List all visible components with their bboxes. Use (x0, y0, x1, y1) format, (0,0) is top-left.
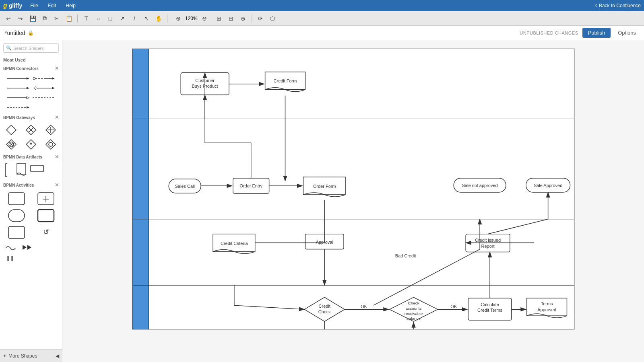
close-activities-icon[interactable]: ✕ (55, 182, 59, 188)
order-form-label: Order Form (313, 184, 336, 189)
dashed-arrow[interactable] (7, 104, 29, 111)
activity-plus[interactable] (33, 192, 59, 206)
zoom-out-button[interactable]: ⊖ (199, 13, 210, 24)
separator-3 (252, 14, 252, 23)
refresh-button[interactable]: ⟳ (255, 13, 266, 24)
undo-button[interactable]: ↩ (3, 13, 14, 24)
svg-rect-31 (17, 164, 26, 174)
connector-row-4 (3, 103, 59, 112)
double-back-arrow[interactable] (22, 243, 34, 251)
activities-shapes: ↺ (0, 189, 62, 242)
gateway-circle[interactable] (42, 139, 59, 150)
hand-tool[interactable]: ✋ (153, 13, 164, 24)
cut-button[interactable]: ✂ (52, 13, 62, 24)
pause-shape[interactable] (5, 255, 17, 263)
activity-rounded-plain[interactable] (3, 209, 29, 222)
search-box[interactable]: 🔍 Search Shapes (3, 43, 59, 53)
document-title[interactable]: *untitled (5, 30, 25, 36)
fit-button[interactable]: ⊞ (214, 13, 224, 24)
sales-call-label: Sales Call (175, 184, 194, 189)
zoom-in-button[interactable]: ⊕ (173, 13, 184, 24)
svg-text:accounts: accounts (405, 306, 421, 311)
svg-text:↺: ↺ (43, 228, 49, 236)
svg-marker-41 (23, 245, 27, 250)
diamond-arrow[interactable] (33, 85, 55, 91)
menubar: g gliffy File Edit Help < Back to Conflu… (0, 0, 644, 11)
options-button[interactable]: Options (615, 28, 639, 37)
section-bpmn-activities[interactable]: BPMN Activities ✕ (0, 181, 62, 189)
credit-form-label: Credit Form (273, 78, 297, 83)
solid-arrow[interactable] (7, 75, 29, 82)
header-actions: UNPUBLISHED CHANGES Publish Options (520, 28, 639, 38)
section-bpmn-gateways[interactable]: BPMN Gateways ✕ (0, 113, 62, 122)
text-tool[interactable]: T (81, 13, 91, 24)
select-tool[interactable]: ↖ (141, 13, 152, 24)
publish-button[interactable]: Publish (582, 28, 611, 38)
line-tool[interactable]: / (129, 13, 140, 24)
app-logo: g gliffy (3, 2, 22, 9)
more-shapes-label: More Shapes (8, 353, 37, 359)
activity-plain[interactable] (3, 192, 29, 206)
credit-criteria-label: Credit Criteria (221, 241, 248, 246)
ok-label-1: OK (361, 304, 367, 309)
add-button[interactable]: ⊕ (238, 13, 248, 24)
rect-tool[interactable]: □ (105, 13, 116, 24)
dashed-line[interactable] (33, 95, 55, 101)
sidebar: 🔍 Search Shapes Most Used BPMN Connector… (0, 40, 62, 362)
activity-large[interactable] (3, 226, 29, 239)
credit-check-label: Credit (318, 304, 330, 309)
more-shapes-button[interactable]: + More Shapes ◀ (0, 349, 62, 362)
activity-refresh[interactable]: ↺ (33, 226, 59, 239)
gateway-x[interactable] (23, 124, 39, 136)
double-arrow[interactable] (7, 85, 29, 91)
bpmn-diagram: CUSTOMER SALES MANAGEMENT CREDIT DEPARTM… (132, 49, 574, 329)
gateway-asterisk[interactable]: * (23, 139, 39, 150)
canvas[interactable]: CUSTOMER SALES MANAGEMENT CREDIT DEPARTM… (62, 40, 644, 362)
circle-tool[interactable]: ○ (93, 13, 103, 24)
activity-highlighted[interactable] (33, 209, 59, 222)
close-gateways-icon[interactable]: ✕ (55, 115, 59, 120)
check-accounts-label: Check (408, 301, 419, 305)
svg-marker-5 (52, 77, 55, 80)
collapse-icon[interactable]: ◀ (56, 353, 59, 359)
gateway-plus[interactable] (42, 124, 59, 136)
menu-edit[interactable]: Edit (46, 2, 58, 9)
connector-tool[interactable]: ↗ (117, 13, 128, 24)
svg-point-2 (33, 77, 35, 80)
order-entry-label: Order Entry (239, 183, 262, 188)
gateway-circle-x[interactable] (3, 139, 20, 150)
svg-marker-7 (27, 87, 29, 89)
save-button[interactable]: 💾 (27, 13, 38, 24)
separator-2 (167, 14, 167, 23)
redo-button[interactable]: ↪ (15, 13, 26, 24)
close-data-icon[interactable]: ✕ (55, 154, 59, 160)
dashed-arrow-circle[interactable] (33, 75, 55, 82)
ok-label-2: OK (450, 304, 457, 309)
back-to-confluence[interactable]: < Back to Confluence (595, 3, 641, 8)
section-bpmn-data[interactable]: BPMN Data Artifacts ✕ (0, 152, 62, 161)
plain-arrow[interactable] (7, 95, 29, 101)
terms-approved-label: Terms (541, 301, 553, 306)
section-bpmn-connectors[interactable]: BPMN Connectors ✕ (0, 64, 62, 73)
paste-button[interactable]: 📋 (64, 13, 74, 24)
wave-shape[interactable] (5, 243, 17, 251)
close-connectors-icon[interactable]: ✕ (55, 66, 59, 71)
svg-text:Check: Check (318, 309, 331, 314)
svg-marker-1 (27, 77, 29, 80)
grid-button[interactable]: ⊟ (226, 13, 236, 24)
svg-marker-10 (52, 87, 55, 89)
data-document[interactable] (16, 163, 27, 179)
menu-help[interactable]: Help (64, 2, 77, 9)
data-bracket[interactable] (4, 163, 13, 179)
svg-rect-38 (38, 210, 54, 222)
svg-rect-33 (8, 193, 25, 205)
layers-button[interactable]: ⬡ (267, 13, 278, 24)
menu-file[interactable]: File (29, 2, 39, 9)
data-store[interactable] (30, 163, 44, 179)
section-gateways-label: BPMN Gateways (3, 115, 35, 120)
logo-text: gliffy (9, 2, 22, 9)
svg-text:*: * (30, 141, 32, 148)
gateway-plain[interactable] (3, 124, 20, 136)
copy-button[interactable]: ⧉ (39, 13, 50, 24)
main-content: 🔍 Search Shapes Most Used BPMN Connector… (0, 40, 644, 362)
